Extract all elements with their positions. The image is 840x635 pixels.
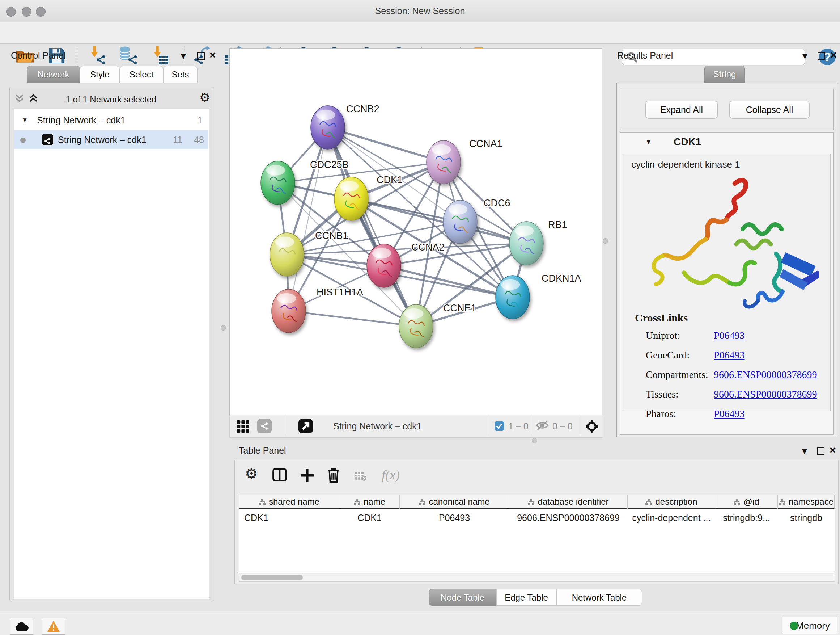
birdseye-grid-icon[interactable]	[237, 420, 249, 432]
node-CCNB2[interactable]: CCNB2	[311, 103, 379, 149]
panel-menu-icon[interactable]: ▼	[801, 51, 809, 61]
cdk1-entry: ▼ CDK1 cyclin-dependent kinase 1	[620, 132, 834, 435]
collapse-all-button[interactable]: Collapse All	[729, 101, 810, 119]
edge-CCNB2-HIST1H1A[interactable]	[289, 127, 328, 311]
application-window: Session: New Session	[0, 0, 840, 635]
node-label-CCNB2: CCNB2	[346, 103, 379, 114]
column-header--id[interactable]: @id	[715, 495, 778, 509]
expand-all-button[interactable]: Expand All	[645, 101, 718, 119]
crosslink-compartments-link[interactable]: 9606.ENSP00000378699	[714, 369, 817, 380]
cloud-status-button[interactable]	[10, 618, 33, 635]
tab-network-table[interactable]: Network Table	[556, 589, 642, 606]
network-share-badge-icon[interactable]	[257, 419, 272, 433]
network-row-selected[interactable]: String Network – cdk1 11 48	[14, 130, 208, 149]
network-options-gear-icon[interactable]: ⚙	[199, 90, 210, 105]
crosslink-uniprot-link[interactable]: P06493	[714, 330, 745, 341]
main-toolbar: ?	[0, 22, 840, 44]
panel-close-icon[interactable]: ✕	[830, 50, 837, 60]
node-label-HIST1H1A: HIST1H1A	[317, 287, 363, 298]
memory-button[interactable]: Memory	[782, 616, 837, 634]
delete-column-icon[interactable]	[327, 468, 340, 483]
node-table[interactable]: shared namenamecanonical namedatabase id…	[239, 495, 835, 573]
table-cell[interactable]: 9606.ENSP00000378699	[509, 510, 628, 526]
network-selection-status: 1 of 1 Network selected	[10, 95, 212, 105]
collection-expander-icon[interactable]: ▼	[22, 111, 28, 130]
tab-string[interactable]: String	[704, 65, 745, 83]
table-settings-gear-icon[interactable]: ⚙	[245, 465, 258, 482]
collection-label: String Network – cdk1	[37, 111, 126, 130]
left-splitter-handle[interactable]	[221, 325, 226, 331]
entry-name: CDK1	[674, 136, 701, 148]
string-results-content: Expand All Collapse All ▼ CDK1 cyclin-de…	[616, 82, 837, 437]
table-cell[interactable]: stringdb:9...	[715, 510, 778, 526]
crosslink-tissues-link[interactable]: 9606.ENSP00000378699	[714, 388, 817, 400]
column-header-description[interactable]: description	[628, 495, 715, 509]
crosslink-label: Pharos:	[646, 408, 676, 420]
panel-menu-icon[interactable]: ▼	[800, 446, 809, 456]
network-edge-count: 48	[187, 130, 204, 149]
panel-float-icon[interactable]	[818, 52, 825, 60]
scrollbar-thumb[interactable]	[241, 575, 303, 580]
table-cell[interactable]: CDK1	[239, 510, 339, 526]
panel-close-icon[interactable]: ✕	[209, 50, 216, 60]
show-columns-icon[interactable]	[272, 468, 287, 482]
table-cell[interactable]: P06493	[400, 510, 509, 526]
network-type-icon	[42, 134, 53, 145]
node-label-CDC25B: CDC25B	[310, 159, 349, 170]
column-header-canonical-name[interactable]: canonical name	[400, 495, 509, 509]
selected-checkbox-icon[interactable]	[494, 421, 504, 431]
control-panel: Control Panel ▼ ✕ Network Style Select S…	[4, 46, 216, 603]
hidden-eye-icon[interactable]	[536, 420, 549, 431]
node-RB1[interactable]: RB1	[509, 219, 567, 265]
node-table-container: ⚙ f(x) shared namenamecanonical namedata…	[234, 460, 838, 584]
table-cell[interactable]: cyclin-dependent ...	[628, 510, 715, 526]
entry-description: cyclin-dependent kinase 1	[631, 159, 740, 170]
network-collection-row[interactable]: ▼ String Network – cdk1 1	[14, 111, 208, 130]
fit-selected-crosshair-icon[interactable]	[586, 420, 598, 432]
table-horizontal-scrollbar[interactable]	[239, 574, 835, 582]
panel-close-icon[interactable]: ✕	[829, 445, 836, 455]
memory-status-dot-icon	[790, 622, 798, 630]
edge-HIST1H1A-CCNE1[interactable]	[289, 311, 416, 326]
network-tab-content: 1 of 1 Network selected ⚙ ▼ String Netwo…	[9, 87, 214, 601]
table-cell[interactable]: CDK1	[339, 510, 400, 526]
tab-network[interactable]: Network	[27, 66, 80, 83]
title-bar: Session: New Session	[0, 0, 840, 23]
warnings-button[interactable]	[42, 618, 65, 635]
panel-menu-icon[interactable]: ▼	[179, 51, 188, 61]
column-header-name[interactable]: name	[339, 495, 400, 509]
collection-count: 1	[181, 111, 202, 130]
network-list: ▼ String Network – cdk1 1 String Network…	[14, 109, 210, 599]
entry-detail: cyclin-dependent kinase 1	[623, 154, 831, 411]
crosslink-genecard-link[interactable]: P06493	[714, 349, 745, 361]
results-panel-title: Results Panel	[617, 50, 673, 61]
table-cell[interactable]: stringdb	[778, 510, 835, 526]
column-header-namespace[interactable]: namespace	[778, 495, 835, 509]
network-view-canvas[interactable]: CCNB2CCNA1CDC25BCDK1CDC6RB1CCNB1CCNA2CDK…	[229, 48, 602, 416]
node-CDK1[interactable]: CDK1	[334, 174, 403, 220]
crosslink-label: GeneCard:	[646, 349, 690, 361]
panel-float-icon[interactable]	[197, 52, 205, 60]
node-CCNA1[interactable]: CCNA1	[426, 138, 502, 184]
column-header-shared-name[interactable]: shared name	[239, 495, 339, 509]
edge-CCNB2-CCNA1[interactable]	[328, 127, 444, 162]
crosslink-pharos-link[interactable]: P06493	[714, 408, 745, 420]
right-splitter-handle[interactable]	[603, 238, 608, 244]
tab-sets[interactable]: Sets	[163, 66, 197, 83]
node-CDKN1A[interactable]: CDKN1A	[496, 273, 581, 319]
selected-counts: 1 – 0	[508, 421, 529, 432]
entry-expander-icon[interactable]: ▼	[645, 138, 652, 146]
column-header-database-identifier[interactable]: database identifier	[509, 495, 628, 509]
string-network-graph[interactable]: CCNB2CCNA1CDC25BCDK1CDC6RB1CCNB1CCNA2CDK…	[230, 49, 602, 415]
tab-edge-table[interactable]: Edge Table	[496, 589, 556, 606]
add-column-icon[interactable]	[301, 469, 314, 482]
open-in-new-window-icon[interactable]	[298, 419, 313, 433]
tab-select[interactable]: Select	[120, 66, 163, 83]
tab-style[interactable]: Style	[80, 66, 120, 83]
tab-node-table[interactable]: Node Table	[429, 589, 496, 606]
network-current-dot-icon	[20, 138, 26, 143]
panel-float-icon[interactable]	[817, 447, 824, 455]
protein-structure-image	[638, 176, 819, 328]
results-button-row: Expand All Collapse All	[620, 89, 834, 130]
node-HIST1H1A[interactable]: HIST1H1A	[272, 287, 363, 333]
